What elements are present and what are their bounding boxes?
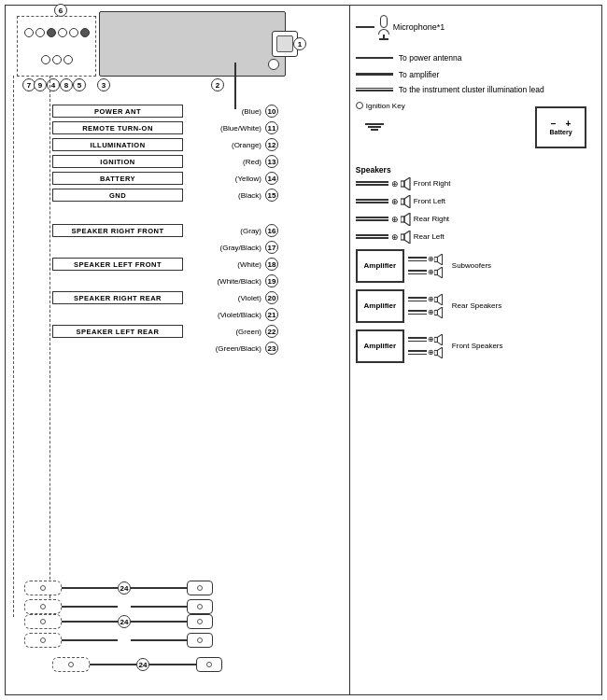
amp-speaker-icon-1a: [434, 254, 445, 265]
wire-box-ign: IGNITION: [52, 155, 183, 168]
spk-line-fl-1: [356, 199, 388, 201]
svg-marker-15: [437, 307, 442, 318]
amp-line-1a: [408, 257, 427, 259]
svg-marker-17: [437, 334, 442, 345]
wire-box-empty4: [52, 342, 183, 355]
rca-plug-left-1b: [24, 599, 62, 614]
svg-rect-2: [401, 199, 404, 204]
speaker-icon-fr: [401, 177, 414, 190]
wire-color-green-blk: (Green/Black): [187, 344, 261, 353]
rca-row-2: 24: [24, 618, 332, 644]
spk-line-rl-2: [356, 237, 388, 239]
svg-rect-4: [401, 217, 404, 222]
num-8-label: 8: [60, 78, 73, 91]
wire-color-gray-blk: (Gray/Black): [187, 244, 261, 252]
amp-spk-row-3a: ⊕: [407, 334, 445, 345]
wire-box-empty3: [52, 308, 183, 321]
spk-lines-fr: [356, 181, 388, 186]
ground-symbol: [365, 122, 384, 132]
amp-speaker-icon-3a: [434, 334, 445, 345]
wire-box-spkrr: SPEAKER RIGHT REAR: [52, 291, 183, 304]
legend-label-2: To amplifier: [399, 70, 439, 79]
legend-power-ant: To power antenna: [356, 51, 596, 64]
wire-color-illum: (Orange): [187, 141, 261, 149]
amp-line-3d: [408, 354, 427, 356]
amp-speakers-2: ⊕ ⊕: [407, 294, 445, 318]
amp-line-1b: [408, 260, 427, 262]
wire-color-spkrf: (Gray): [187, 227, 261, 235]
spk-label-rr: Rear Right: [414, 215, 449, 223]
small-conn: [268, 59, 279, 70]
spk-line-fr-2: [356, 184, 388, 186]
ignition-key-label: Ignition Key: [366, 102, 405, 110]
svg-marker-13: [437, 294, 442, 305]
rca-plug-left-2b: [24, 633, 62, 648]
rca-area: 24: [24, 584, 332, 685]
svg-rect-0: [401, 181, 404, 187]
wire-color-white-blk: (White/Black): [187, 277, 261, 286]
rca-row-1: 24: [24, 584, 332, 610]
spk-line-rr-2: [356, 219, 388, 221]
rca-num-3: 24: [136, 658, 149, 671]
wire-num-19: 19: [265, 274, 278, 287]
conn-4: [58, 28, 67, 37]
ground-line-2: [368, 126, 381, 128]
amp-pm-3a: ⊕: [428, 335, 434, 343]
conn-1: [24, 28, 34, 37]
main-diagram: 6 3: [5, 5, 602, 695]
wire-color-batt: (Yellow): [187, 175, 261, 183]
rca-line-3a: [90, 664, 136, 665]
left-panel: 6 3: [6, 6, 350, 694]
svg-rect-8: [434, 257, 437, 261]
speaker-row-fl: ⊕ Front Left: [356, 194, 596, 209]
wire-row-power-ant: POWER ANT (Blue) 10: [52, 104, 328, 119]
amp-line-1d: [408, 273, 427, 275]
battery-label: Battery: [549, 129, 572, 135]
spk-lines-fl: [356, 199, 388, 203]
svg-rect-6: [401, 234, 404, 240]
rca-num-1: 24: [118, 581, 131, 595]
svg-rect-12: [434, 297, 437, 301]
amp-line-1c: [408, 270, 427, 272]
wire-box-gnd: GND: [52, 189, 183, 202]
rca-line-3b: [149, 664, 196, 665]
conn-8: [52, 55, 62, 64]
wire-color-violet-blk: (Violet/Black): [187, 311, 261, 319]
wire-row-spklf: SPEAKER LEFT FRONT (White) 18: [52, 257, 328, 272]
wire-num-12: 12: [265, 138, 278, 151]
amp-speaker-icon-2a: [434, 294, 445, 305]
amp-speakers-1: ⊕ ⊕: [407, 254, 445, 278]
spk-plus-fr: ⊕: [391, 179, 399, 189]
legend-section: To power antenna To amplifier To the ins…: [356, 51, 596, 94]
amp-speaker-icon-3b: [434, 347, 445, 358]
amp-line-2b: [408, 301, 427, 302]
wire-box-power-ant: POWER ANT: [52, 105, 183, 118]
wire-box-spkrf: SPEAKER RIGHT FRONT: [52, 224, 183, 237]
wire-box-empty1: [52, 241, 183, 254]
wire-row-gray-blk: (Gray/Black) 17: [52, 240, 328, 255]
wire-num-15: 15: [265, 189, 278, 202]
spk-plus-rl: ⊕: [391, 232, 399, 242]
conn-7: [41, 55, 50, 64]
wire-table: POWER ANT (Blue) 10 REMOTE TURN-ON (Blue…: [52, 104, 328, 357]
rca-plug-right-2b: [187, 633, 213, 648]
spk-plus-rr: ⊕: [391, 215, 399, 224]
rca-line-1b: [131, 587, 187, 589]
rca-plug-right-1a: [187, 581, 213, 595]
legend-label-1: To power antenna: [399, 53, 462, 63]
wire-box-batt: BATTERY: [52, 172, 183, 185]
battery-terminals: − +: [551, 119, 572, 129]
spk-plus-fl: ⊕: [391, 197, 399, 206]
microphone-section: Microphone*1: [356, 11, 596, 40]
wire-color-gnd: (Black): [187, 191, 261, 200]
amp-line-3b: [408, 341, 427, 343]
spk-label-fl: Front Left: [414, 197, 445, 205]
wire-box-spklr: SPEAKER LEFT REAR: [52, 325, 183, 338]
rca-plug-right-2a: [187, 614, 213, 629]
rca-plug-left-2a: [24, 614, 62, 629]
svg-marker-3: [404, 195, 410, 208]
head-unit-box: [99, 11, 286, 77]
wire-num-18: 18: [265, 258, 278, 271]
amp-box-2: Amplifier: [356, 289, 404, 323]
ignition-key-group: Ignition Key: [356, 102, 405, 110]
